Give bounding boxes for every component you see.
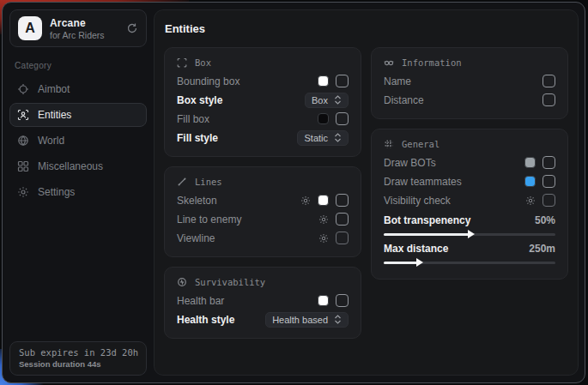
box-brackets-icon: [177, 57, 187, 68]
setting-row-max-distance: Max distance 250m: [384, 241, 555, 256]
setting-row-distance: Distance: [384, 93, 555, 107]
setting-row-draw-teammates: Draw teammates: [384, 174, 555, 189]
bounding-box-checkbox[interactable]: [336, 75, 349, 87]
app-logo: A: [18, 16, 42, 40]
session-duration: Session duration 44s: [19, 359, 137, 369]
health-bar-checkbox[interactable]: [336, 294, 349, 307]
color-swatch[interactable]: [318, 195, 329, 206]
color-swatch[interactable]: [318, 113, 329, 124]
setting-row-line-to-enemy: Line to enemy: [177, 212, 349, 226]
left-column: Box Bounding box Box style: [164, 47, 361, 339]
setting-label: Fill style: [177, 132, 218, 144]
sidebar-item-label: Settings: [38, 186, 75, 198]
settings-icon[interactable]: [318, 233, 329, 244]
max-distance-slider[interactable]: [384, 262, 555, 264]
sidebar-item-label: Miscellaneous: [38, 160, 103, 172]
selected-value: Static: [304, 133, 328, 143]
setting-row-fill-box: Fill box: [177, 111, 349, 126]
app-logo-card: A Arcane for Arc Riders: [9, 9, 147, 47]
line-to-enemy-checkbox[interactable]: [336, 213, 349, 226]
group-survivability: Survivability Health bar Health style: [164, 267, 361, 339]
color-swatch[interactable]: [318, 75, 329, 87]
group-box: Box Bounding box Box style: [164, 47, 361, 157]
sidebar-item-miscellaneous[interactable]: Miscellaneous: [9, 154, 147, 178]
setting-row-fill-style: Fill style Static: [177, 130, 349, 145]
group-information: Information Name Distance: [371, 47, 568, 119]
slider-thumb[interactable]: [416, 258, 423, 267]
box-style-select[interactable]: Box: [305, 93, 349, 108]
color-swatch[interactable]: [524, 157, 536, 168]
gear-icon: [17, 186, 29, 198]
color-swatch[interactable]: [524, 176, 536, 187]
setting-label: Draw teammates: [384, 176, 462, 188]
setting-label: Name: [384, 75, 411, 87]
sidebar-item-aimbot[interactable]: Aimbot: [9, 77, 147, 101]
setting-label: Draw BOTs: [384, 157, 436, 169]
bot-transparency-slider[interactable]: [384, 233, 555, 236]
visibility-check-checkbox[interactable]: [543, 194, 555, 207]
entities-icon: [17, 109, 29, 121]
setting-label: Max distance: [384, 243, 448, 255]
setting-label: Health bar: [177, 295, 224, 307]
sidebar-item-label: World: [38, 135, 64, 147]
setting-row-health-style: Health style Health based: [177, 312, 349, 327]
sidebar: A Arcane for Arc Riders Category: [3, 3, 154, 382]
setting-label: Viewline: [177, 232, 215, 244]
setting-row-draw-bots: Draw BOTs: [384, 155, 555, 170]
slider-value: 250m: [529, 243, 555, 255]
settings-icon[interactable]: [525, 196, 536, 206]
setting-label: Visibility check: [384, 195, 451, 207]
app-name: Arcane: [50, 17, 118, 29]
right-column: Information Name Distance: [371, 47, 568, 280]
setting-row-bot-transparency: Bot transpenency 50%: [384, 213, 555, 227]
name-checkbox[interactable]: [543, 75, 555, 87]
app-window: A Arcane for Arc Riders Category: [2, 2, 585, 383]
settings-icon[interactable]: [318, 214, 329, 225]
unfold-icon: [334, 315, 342, 324]
slider-thumb[interactable]: [468, 230, 475, 238]
fill-box-checkbox[interactable]: [336, 112, 349, 125]
setting-label: Distance: [384, 94, 424, 106]
setting-row-skeleton: Skeleton: [177, 193, 349, 208]
setting-label: Bounding box: [177, 75, 239, 87]
main-panel: Entities Box: [154, 9, 579, 376]
sidebar-nav: Aimbot Entities World: [9, 77, 147, 204]
line-icon: [177, 177, 187, 187]
sidebar-item-label: Entities: [38, 109, 71, 121]
sidebar-item-label: Aimbot: [38, 83, 70, 95]
setting-row-health-bar: Health bar: [177, 293, 349, 308]
health-style-select[interactable]: Health based: [265, 312, 349, 328]
group-general: General Draw BOTs Draw teammates: [371, 129, 568, 280]
draw-teammates-checkbox[interactable]: [543, 175, 555, 188]
slider-value: 50%: [535, 214, 555, 226]
distance-checkbox[interactable]: [543, 93, 555, 106]
setting-row-visibility-check: Visibility check: [384, 193, 555, 208]
refresh-icon[interactable]: [126, 22, 138, 34]
crosshair-icon: [17, 83, 29, 95]
group-title: General: [402, 139, 439, 149]
draw-bots-checkbox[interactable]: [543, 156, 555, 169]
slider-fill: [384, 262, 418, 264]
subscription-expiry: Sub expires in 23d 20h: [19, 347, 137, 358]
page-title: Entities: [165, 22, 568, 35]
max-distance-control: Max distance 250m: [384, 241, 555, 264]
sidebar-item-settings[interactable]: Settings: [9, 180, 147, 204]
color-swatch[interactable]: [318, 295, 329, 306]
group-title: Survivability: [195, 277, 265, 287]
setting-row-viewline: Viewline: [177, 231, 349, 245]
skeleton-checkbox[interactable]: [336, 194, 349, 207]
sidebar-item-world[interactable]: World: [9, 129, 147, 153]
setting-label: Health style: [177, 314, 234, 326]
group-title: Information: [402, 57, 462, 68]
group-title: Box: [195, 57, 211, 68]
sidebar-item-entities[interactable]: Entities: [9, 103, 147, 127]
fill-style-select[interactable]: Static: [297, 130, 349, 146]
setting-label: Box style: [177, 94, 222, 106]
group-lines: Lines Skeleton: [164, 166, 361, 257]
setting-label: Line to enemy: [177, 214, 241, 226]
content-area: Entities Box: [154, 3, 585, 382]
viewline-checkbox[interactable]: [336, 232, 349, 244]
settings-icon[interactable]: [300, 196, 311, 206]
unfold-icon: [334, 95, 342, 105]
setting-label: Fill box: [177, 113, 209, 125]
